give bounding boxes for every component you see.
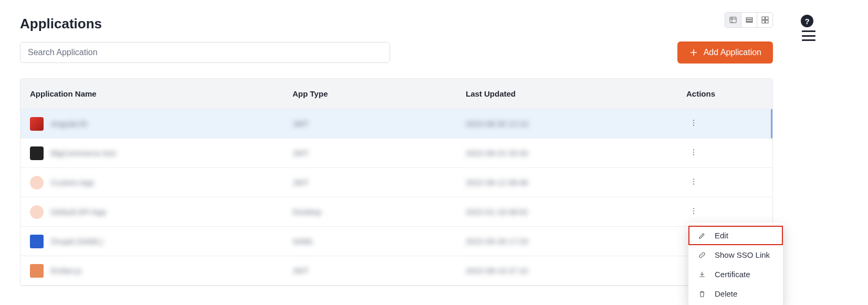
svg-point-12 <box>693 152 694 153</box>
view-list-button[interactable] <box>741 13 757 27</box>
app-icon <box>30 146 44 160</box>
more-vertical-icon <box>689 148 698 156</box>
more-vertical-icon <box>689 177 698 186</box>
app-type: JWT <box>292 178 309 187</box>
help-icon[interactable]: ? <box>801 15 813 27</box>
th-type: App Type <box>292 89 466 98</box>
menu-cert-label: Certificate <box>715 270 750 279</box>
row-actions-button[interactable] <box>686 145 701 161</box>
menu-sso-link[interactable]: Show SSO Link <box>688 245 783 265</box>
svg-point-15 <box>693 181 694 182</box>
svg-point-10 <box>693 125 694 126</box>
download-icon <box>698 270 706 279</box>
row-actions-button[interactable] <box>686 115 701 132</box>
svg-point-16 <box>693 184 694 185</box>
app-updated: 2022-08-22 20:33 <box>466 149 528 157</box>
view-grid-button[interactable] <box>757 13 772 27</box>
app-updated: 2022-05-28 17:23 <box>466 237 528 246</box>
app-name: Ember.js <box>51 266 81 275</box>
app-icon <box>30 264 44 278</box>
menu-certificate[interactable]: Certificate <box>688 265 783 284</box>
menu-delete[interactable]: Delete <box>688 284 783 303</box>
app-updated: 2022-08-16 07:10 <box>466 266 528 275</box>
svg-point-14 <box>693 178 694 180</box>
row-actions-button[interactable] <box>686 204 701 220</box>
menu-delete-label: Delete <box>715 289 737 298</box>
table-row[interactable]: BigCommerce testJWT2022-08-22 20:33 <box>20 139 772 168</box>
svg-rect-5 <box>765 17 768 19</box>
svg-rect-2 <box>746 19 752 21</box>
app-name: BigCommerce test <box>51 149 116 157</box>
svg-rect-1 <box>746 17 752 19</box>
app-type: JWT <box>292 149 309 157</box>
svg-point-17 <box>693 208 694 209</box>
table-row[interactable]: Ember.jsJWT2022-08-16 07:10 <box>20 256 772 286</box>
menu-edit-label: Edit <box>715 231 728 240</box>
app-icon <box>30 205 44 219</box>
app-name: Custom App <box>51 178 94 187</box>
grid-icon <box>761 16 769 24</box>
table-icon <box>729 16 737 24</box>
app-icon <box>30 117 44 131</box>
svg-rect-7 <box>765 20 768 23</box>
trash-icon <box>698 290 706 298</box>
link-icon <box>698 251 706 259</box>
app-name: Drupal (SAML) <box>51 237 103 246</box>
svg-rect-4 <box>762 17 765 19</box>
hamburger-icon[interactable] <box>802 30 815 41</box>
table-header: Application Name App Type Last Updated A… <box>20 79 772 109</box>
applications-table: Application Name App Type Last Updated A… <box>20 78 773 286</box>
app-name: Default API App <box>51 207 106 216</box>
svg-point-8 <box>693 120 694 121</box>
svg-point-13 <box>693 154 694 155</box>
view-table-button[interactable] <box>725 13 741 27</box>
app-type: JWT <box>292 266 309 275</box>
add-application-label: Add Application <box>704 48 761 57</box>
app-icon <box>30 235 44 248</box>
app-icon <box>30 176 44 190</box>
th-name: Application Name <box>30 89 292 98</box>
th-actions: Actions <box>686 89 763 98</box>
page-title: Applications <box>20 16 773 32</box>
app-type: Desktop <box>292 207 321 216</box>
svg-point-11 <box>693 149 694 150</box>
more-vertical-icon <box>689 119 698 127</box>
menu-sso-label: Show SSO Link <box>715 250 770 259</box>
app-type: JWT <box>292 119 309 128</box>
svg-point-9 <box>693 122 694 123</box>
app-name: AngularJS <box>51 119 87 128</box>
row-actions-button[interactable] <box>686 174 701 191</box>
svg-point-18 <box>693 211 694 212</box>
list-icon <box>745 16 754 24</box>
table-row[interactable]: Drupal (SAML)SAML2022-05-28 17:23 <box>20 227 772 256</box>
table-row[interactable]: AngularJSJWT2022-08-30 12:13 <box>20 109 772 139</box>
add-application-button[interactable]: Add Application <box>677 41 773 64</box>
table-row[interactable]: Default API AppDesktop2022-01-18 08:52 <box>20 197 772 227</box>
pencil-icon <box>698 232 706 240</box>
row-actions-menu: Edit Show SSO Link Certificate Delete <box>688 223 783 305</box>
table-row[interactable]: Custom AppJWT2022-08-12 08:48 <box>20 168 772 197</box>
svg-rect-6 <box>762 20 765 23</box>
svg-rect-0 <box>730 17 736 23</box>
view-switch <box>725 12 773 28</box>
th-updated: Last Updated <box>466 89 686 98</box>
svg-rect-3 <box>746 22 752 22</box>
search-input[interactable] <box>20 42 390 63</box>
plus-icon <box>689 48 698 57</box>
svg-point-19 <box>693 213 694 214</box>
app-updated: 2022-08-12 08:48 <box>466 178 528 187</box>
app-updated: 2022-01-18 08:52 <box>466 207 528 216</box>
menu-edit[interactable]: Edit <box>688 226 783 245</box>
app-type: SAML <box>292 237 314 246</box>
more-vertical-icon <box>689 207 698 215</box>
app-updated: 2022-08-30 12:13 <box>466 119 528 128</box>
